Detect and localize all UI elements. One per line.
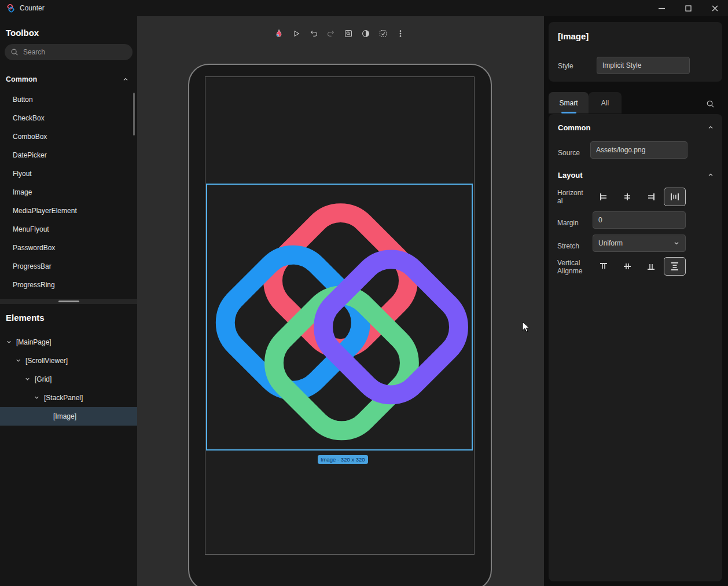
tree-item-scrollviewer[interactable]: [ScrollViewer] [0,351,137,370]
tree-item-mainpage[interactable]: [MainPage] [0,333,137,351]
selection-size-badge: Image - 320 x 320 [318,455,368,464]
properties-search-icon[interactable] [704,97,716,110]
toolbox-search-input[interactable] [23,48,127,56]
window-controls [648,0,728,16]
toolbox-item-menuflyout[interactable]: MenuFlyout [0,220,137,239]
toolbox-section-common[interactable]: Common [0,72,137,87]
chevron-down-icon[interactable] [15,357,21,364]
section-common-label: Common [558,123,590,132]
toolbox-item-passwordbox[interactable]: PasswordBox [0,239,137,257]
panel-splitter[interactable] [0,299,137,304]
maximize-button[interactable] [675,0,701,16]
align-right-button[interactable] [640,188,662,206]
tree-item-label: [MainPage] [16,338,52,346]
tab-smart[interactable]: Smart [549,92,589,113]
tree-item-image[interactable]: [Image] [0,407,137,426]
style-input[interactable] [597,57,690,74]
toolbox-list: Button CheckBox ComboBox DatePicker Flyo… [0,90,137,294]
canvas-toolbar [273,26,407,41]
redo-icon[interactable] [325,27,337,40]
titlebar: Counter [0,0,728,16]
theme-toggle-icon[interactable] [359,27,372,40]
app-logo-icon [6,4,15,13]
properties-card: Common Source Layout Horizontal [549,114,722,581]
toolbox-item-datepicker[interactable]: DatePicker [0,146,137,164]
splitter-grip-icon [58,301,79,302]
toolbox-search[interactable] [5,44,133,60]
align-middle-button[interactable] [616,257,638,276]
toolbox-item-button[interactable]: Button [0,90,137,109]
horizontal-alignment-label: Horizontal [557,189,584,205]
hot-reload-flame-icon[interactable] [273,27,285,40]
selected-image-element[interactable] [206,184,473,451]
toolbox-item-checkbox[interactable]: CheckBox [0,109,137,127]
toolbox-item-progressring[interactable]: ProgressRing [0,276,137,294]
toolbox-item-progressbar[interactable]: ProgressBar [0,257,137,276]
chevron-up-icon [122,76,129,83]
chevron-down-icon [673,240,680,247]
toolbox-item-combobox[interactable]: ComboBox [0,127,137,146]
logo-image [212,188,469,446]
mouse-cursor [522,321,532,333]
zoom-selection-icon[interactable] [342,27,355,40]
toolbox-item-image[interactable]: Image [0,183,137,202]
style-label: Style [558,62,573,70]
align-stretch-horizontal-button[interactable] [664,188,686,206]
stretch-dropdown[interactable]: Uniform [593,235,686,252]
tree-item-label: [ScrollViewer] [25,357,68,365]
align-top-button[interactable] [593,257,615,276]
chevron-up-icon [707,171,714,178]
inspector-tabs: Smart All [549,92,622,113]
toolbox-scrollbar[interactable] [133,93,135,135]
left-sidebar: Toolbox Common Button CheckBox ComboBox … [0,16,137,586]
toolbox-item-mediaplayerelement[interactable]: MediaPlayerElement [0,202,137,220]
app-window: { "window": { "title": "Counter" }, "too… [0,0,728,586]
section-common[interactable]: Common [549,120,722,134]
chevron-down-icon[interactable] [6,339,12,345]
toolbox-item-flyout[interactable]: Flyout [0,164,137,183]
margin-input[interactable] [593,211,686,229]
undo-icon[interactable] [307,27,320,40]
validation-icon[interactable] [377,27,389,40]
horizontal-alignment-group [593,188,686,206]
align-left-button[interactable] [593,188,615,206]
tree-item-label: [Image] [53,412,76,420]
toolbox-title: Toolbox [6,28,39,38]
tree-item-label: [StackPanel] [44,394,83,402]
elements-title: Elements [6,313,45,323]
source-input[interactable] [590,141,687,159]
tree-item-grid[interactable]: [Grid] [0,370,137,389]
chevron-down-icon[interactable] [24,376,31,382]
toolbox-section-common-label: Common [6,75,37,83]
more-options-icon[interactable] [394,27,407,40]
selected-element-name: [Image] [558,31,589,41]
tab-all[interactable]: All [589,92,622,113]
margin-label: Margin [557,219,579,227]
vertical-alignment-label: Vertical Alignment [557,259,585,275]
tree-item-stackpanel[interactable]: [StackPanel] [0,389,137,407]
chevron-down-icon[interactable] [34,394,40,401]
align-stretch-vertical-button[interactable] [664,257,686,276]
properties-panel: [Image] Style Smart All Common Source La… [544,16,728,586]
align-center-button[interactable] [616,188,638,206]
selected-element-card: [Image] Style [549,22,722,82]
stretch-value: Uniform [598,239,623,247]
tree-item-label: [Grid] [35,375,52,383]
stretch-label: Stretch [557,242,579,250]
section-layout-label: Layout [558,171,583,180]
chevron-up-icon [707,124,714,131]
vertical-alignment-group [593,257,686,276]
align-bottom-button[interactable] [640,257,662,276]
close-button[interactable] [701,0,728,16]
section-layout[interactable]: Layout [549,168,722,182]
search-icon [10,48,19,56]
minimize-button[interactable] [648,0,675,16]
source-label: Source [558,149,580,157]
window-title: Counter [20,4,45,12]
play-icon[interactable] [290,27,303,40]
elements-tree: [MainPage] [ScrollViewer] [Grid] [StackP… [0,333,137,426]
